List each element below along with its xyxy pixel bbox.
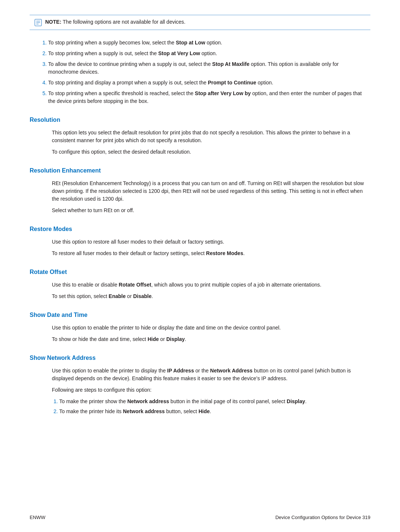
section-title-resolution-enhancement: Resolution Enhancement	[30, 166, 370, 175]
section-restore-modes: Restore Modes Use this option to restore…	[30, 225, 370, 257]
list-item: To stop printing when a supply is out, s…	[48, 50, 370, 57]
rotate-offset-para2-bold1: Enable	[109, 293, 126, 299]
section-title-restore-modes: Restore Modes	[30, 225, 370, 234]
show-date-time-para2-bold1: Hide	[147, 336, 159, 342]
list-item: To make the printer hide its Network add…	[59, 408, 370, 415]
show-network-address-para2: Following are steps to configure this op…	[52, 386, 370, 394]
note-content: NOTE: The following options are not avai…	[45, 18, 186, 26]
list-item: To stop printing when a specific thresho…	[48, 90, 370, 105]
list-item-text: To make the printer show the Network add…	[59, 398, 307, 404]
sna-para1-bold1: IP Address	[167, 368, 194, 374]
list-item: To stop printing when a supply becomes l…	[48, 39, 370, 47]
note-label: NOTE:	[45, 19, 61, 25]
show-date-time-para2-or: or	[159, 336, 166, 342]
restore-modes-para2-prefix: To restore all fuser modes to their defa…	[52, 250, 206, 256]
section-show-date-time: Show Date and Time Use this option to en…	[30, 311, 370, 343]
list-item: To allow the device to continue printing…	[48, 60, 370, 76]
sna-para1-mid: or the	[194, 368, 210, 374]
intro-ordered-list: To stop printing when a supply becomes l…	[41, 39, 370, 105]
footer-left: ENWW	[30, 514, 46, 521]
footer: ENWW Device Configuration Options for De…	[30, 514, 370, 521]
rotate-offset-para1-prefix: Use this to enable or disable	[52, 282, 119, 288]
section-title-show-network-address: Show Network Address	[30, 354, 370, 362]
intro-list: To stop printing when a supply becomes l…	[30, 39, 370, 105]
show-date-time-para1: Use this option to enable the printer to…	[52, 324, 370, 332]
section-resolution: Resolution This option lets you select t…	[30, 116, 370, 156]
restore-modes-para1: Use this option to restore all fuser mod…	[52, 238, 370, 246]
rotate-offset-para2-prefix: To set this option, select	[52, 293, 109, 299]
sna-para1-bold2: Network Address	[210, 368, 253, 374]
section-resolution-enhancement: Resolution Enhancement REt (Resolution E…	[30, 166, 370, 214]
show-date-time-para2-prefix: To show or hide the date and time, selec…	[52, 336, 147, 342]
section-rotate-offset: Rotate Offset Use this to enable or disa…	[30, 268, 370, 300]
list-item-text: To stop printing when a supply is out, s…	[48, 50, 217, 56]
section-body-resolution-enhancement: REt (Resolution Enhancement Technology) …	[30, 180, 370, 214]
note-icon	[34, 19, 42, 27]
section-show-network-address: Show Network Address Use this option to …	[30, 354, 370, 415]
resolution-para2: To configure this option, select the des…	[52, 148, 370, 156]
show-date-time-para2-suffix: .	[185, 336, 186, 342]
restore-modes-para2-bold: Restore Modes	[206, 250, 243, 256]
show-network-address-para1: Use this option to enable the printer to…	[52, 367, 370, 382]
rotate-offset-para2: To set this option, select Enable or Dis…	[52, 292, 370, 300]
list-item-text: To make the printer hide its Network add…	[59, 408, 211, 414]
section-title-resolution: Resolution	[30, 116, 370, 124]
list-item-text: To stop printing when a specific thresho…	[48, 90, 362, 104]
list-item: To make the printer show the Network add…	[59, 398, 370, 405]
section-title-show-date-time: Show Date and Time	[30, 311, 370, 319]
rotate-offset-para2-suffix: .	[151, 293, 153, 299]
section-body-show-network-address: Use this option to enable the printer to…	[30, 367, 370, 415]
show-network-address-list: To make the printer show the Network add…	[52, 398, 370, 415]
restore-modes-para2: To restore all fuser modes to their defa…	[52, 250, 370, 257]
sna-para1-prefix: Use this option to enable the printer to…	[52, 368, 167, 374]
show-date-time-para2: To show or hide the date and time, selec…	[52, 335, 370, 343]
list-item-text: To stop printing and display a prompt wh…	[48, 80, 273, 86]
note-box: NOTE: The following options are not avai…	[30, 15, 370, 30]
rotate-offset-para1: Use this to enable or disable Rotate Off…	[52, 281, 370, 289]
resolution-enhancement-para2: Select whether to turn REt on or off.	[52, 207, 370, 214]
note-text: The following options are not available …	[63, 19, 186, 25]
rotate-offset-para2-bold2: Disable	[133, 293, 151, 299]
rotate-offset-para1-suffix: , which allows you to print multiple cop…	[151, 282, 321, 288]
restore-modes-para2-suffix: .	[243, 250, 245, 256]
list-item: To stop printing and display a prompt wh…	[48, 79, 370, 87]
show-date-time-para2-bold2: Display	[166, 336, 185, 342]
rotate-offset-para2-or: or	[126, 293, 133, 299]
rotate-offset-para1-bold: Rotate Offset	[119, 282, 151, 288]
list-item-text: To stop printing when a supply becomes l…	[48, 40, 222, 46]
section-body-restore-modes: Use this option to restore all fuser mod…	[30, 238, 370, 257]
resolution-para1: This option lets you select the default …	[52, 129, 370, 144]
section-body-rotate-offset: Use this to enable or disable Rotate Off…	[30, 281, 370, 300]
section-body-resolution: This option lets you select the default …	[30, 129, 370, 156]
footer-right: Device Configuration Options for Device …	[275, 514, 370, 521]
resolution-enhancement-para1: REt (Resolution Enhancement Technology) …	[52, 180, 370, 203]
section-title-rotate-offset: Rotate Offset	[30, 268, 370, 277]
list-item-text: To allow the device to continue printing…	[48, 61, 339, 75]
section-body-show-date-time: Use this option to enable the printer to…	[30, 324, 370, 343]
